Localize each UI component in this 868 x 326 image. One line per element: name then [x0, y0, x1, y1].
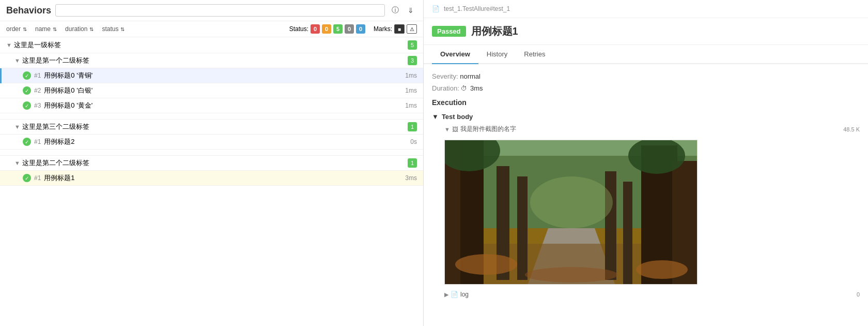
attachment-size: 48.5 K [843, 126, 860, 132]
status-col[interactable]: status ⇅ [102, 25, 125, 33]
file-icon: 📄 [432, 5, 440, 12]
log-expand-icon: ▶ [444, 291, 448, 298]
status-sort-icon: ⇅ [120, 26, 125, 32]
test-num: #3 [34, 102, 41, 109]
right-panel: 📄 test_1.TestAllure#test_1 Passed 用例标题1 … [424, 0, 868, 326]
status-skipped-badge[interactable]: 0 [345, 24, 354, 34]
download-icon[interactable]: ⇓ [405, 4, 417, 17]
duration-row: Duration: ⏱ 3ms [432, 84, 860, 92]
attachment-row[interactable]: ▼ 🖼 我是附件截图的名字 48.5 K [432, 123, 860, 136]
duration-col[interactable]: duration ⇅ [65, 25, 94, 33]
name-sort-icon: ⇅ [53, 26, 57, 32]
log-row[interactable]: ▶ 📄 log 0 [432, 289, 860, 300]
level2-item-2[interactable]: ▼ 这里是第三个二级标签 1 [0, 120, 423, 135]
test-num: #1 [34, 72, 41, 79]
test-name: 用例标题2 [44, 137, 401, 146]
test-name: 用例标题0 '白银' [44, 86, 401, 95]
name-col[interactable]: name ⇅ [35, 25, 57, 33]
tab-overview[interactable]: Overview [432, 45, 478, 64]
order-sort-icon: ⇅ [23, 26, 27, 32]
level2-item-1[interactable]: ▼ 这里是第一个二级标签 3 [0, 53, 423, 68]
pass-icon: ✓ [23, 138, 31, 146]
test-num: #1 [34, 138, 41, 145]
tree-content: ▼ 这里是一级标签 5 ▼ 这里是第一个二级标签 3 ✓ #1 用例标题0 '青… [0, 37, 423, 326]
level2-count-3: 1 [408, 158, 417, 168]
test-duration: 1ms [401, 87, 417, 94]
marks-filter: Marks: ■ ⚠ [374, 24, 417, 34]
test-row[interactable]: ✓ #1 用例标题0 '青铜' 1ms [0, 68, 423, 83]
severity-value: normal [460, 72, 481, 80]
level2-label-1: 这里是第一个二级标签 [22, 56, 408, 65]
log-icon: 📄 [451, 291, 458, 298]
status-failed-badge[interactable]: 0 [311, 24, 320, 34]
severity-label: Severity: [432, 72, 458, 80]
mark-warning-badge[interactable]: ⚠ [407, 24, 417, 34]
test-row[interactable]: ✓ #1 用例标题1 3ms [0, 171, 423, 186]
search-input[interactable] [55, 4, 385, 17]
left-panel: Behaviors ⓘ ⇓ order ⇅ name ⇅ duration ⇅ … [0, 0, 424, 326]
info-icon[interactable]: ⓘ [389, 4, 401, 17]
duration-sort-icon: ⇅ [89, 26, 94, 32]
attachment-name: 我是附件截图的名字 [460, 125, 516, 134]
forest-image-container [444, 140, 698, 285]
execution-title: Execution [432, 98, 860, 107]
test-full-title: 用例标题1 [471, 24, 518, 38]
level2-item-3[interactable]: ▼ 这里是第二个二级标签 1 [0, 156, 423, 171]
pass-icon: ✓ [23, 71, 31, 80]
breadcrumb: 📄 test_1.TestAllure#test_1 [424, 0, 868, 18]
status-filter: Status: 0 0 5 0 0 [289, 24, 365, 34]
test-duration: 0s [401, 138, 417, 145]
spacer-row [0, 113, 423, 120]
test-name: 用例标题0 '青铜' [44, 71, 401, 80]
svg-point-15 [530, 176, 613, 228]
test-duration: 1ms [401, 102, 417, 109]
level2-label-2: 这里是第三个二级标签 [22, 122, 408, 131]
header-icons: ⓘ ⇓ [389, 4, 417, 17]
test-row[interactable]: ✓ #2 用例标题0 '白银' 1ms [0, 83, 423, 98]
expand-icon: ▼ [14, 124, 20, 130]
svg-rect-10 [517, 176, 528, 280]
detail-content: Severity: normal Duration: ⏱ 3ms Executi… [424, 64, 868, 315]
svg-point-17 [636, 260, 688, 279]
tab-retries[interactable]: Retries [516, 45, 553, 64]
chevron-down-icon: ▼ [432, 113, 439, 121]
page-title: Behaviors [6, 5, 51, 16]
level1-count: 5 [408, 40, 417, 50]
test-name: 用例标题1 [44, 173, 401, 183]
pass-icon: ✓ [23, 101, 31, 110]
test-name: 用例标题0 '黄金' [44, 101, 401, 110]
test-num: #2 [34, 87, 41, 94]
log-size: 0 [857, 291, 860, 298]
order-col[interactable]: order ⇅ [6, 25, 27, 33]
test-row[interactable]: ✓ #3 用例标题0 '黄金' 1ms [0, 98, 423, 113]
log-label: log [460, 291, 469, 298]
test-title-row: Passed 用例标题1 [424, 18, 868, 45]
marks-label: Marks: [374, 25, 392, 33]
status-broken-badge[interactable]: 0 [322, 24, 331, 34]
test-row-wrap-1: ✓ #1 用例标题0 '青铜' 1ms [0, 68, 423, 83]
level1-label: 这里是一级标签 [14, 40, 408, 50]
status-filter-label: Status: [289, 25, 308, 33]
mark-black-badge[interactable]: ■ [394, 24, 405, 34]
test-duration: 3ms [401, 174, 417, 182]
pass-icon: ✓ [23, 174, 31, 182]
tabs-row: Overview History Retries [424, 45, 868, 64]
test-body-section: ▼ Test body ▼ 🖼 我是附件截图的名字 48.5 K [432, 111, 860, 300]
level2-count-1: 3 [408, 56, 417, 65]
level1-item[interactable]: ▼ 这里是一级标签 5 [0, 37, 423, 53]
expand-icon: ▼ [6, 42, 12, 48]
spacer-row [0, 150, 423, 156]
svg-point-18 [525, 267, 618, 283]
svg-point-16 [455, 254, 517, 275]
test-row[interactable]: ✓ #1 用例标题2 0s [0, 135, 423, 150]
test-num: #1 [34, 174, 41, 182]
level2-count-2: 1 [408, 122, 417, 131]
expand-icon: ▼ [14, 57, 20, 64]
tab-history[interactable]: History [478, 45, 516, 64]
pass-icon: ✓ [23, 86, 31, 95]
test-body-header[interactable]: ▼ Test body [432, 111, 860, 123]
status-passed-badge[interactable]: 5 [333, 24, 343, 34]
svg-rect-11 [605, 171, 616, 280]
clock-icon: ⏱ [461, 85, 467, 92]
status-unknown-badge[interactable]: 0 [356, 24, 365, 34]
